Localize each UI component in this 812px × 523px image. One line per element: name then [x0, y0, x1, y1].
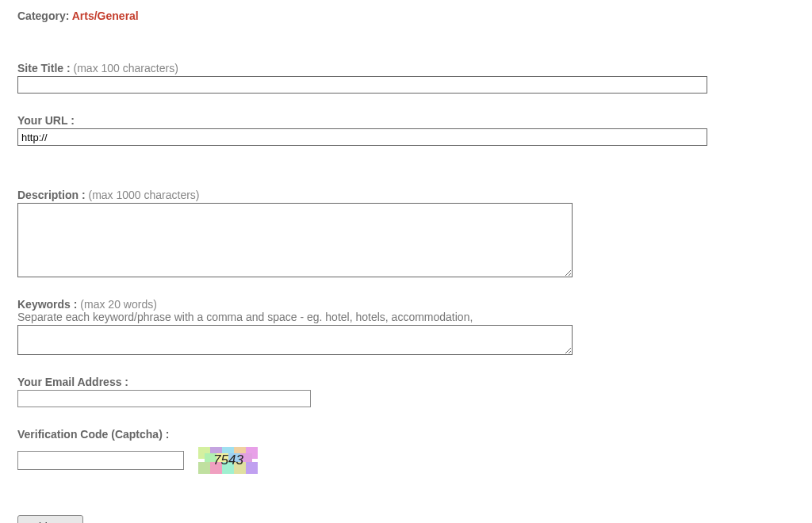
email-group: Your Email Address :	[17, 376, 795, 407]
url-input[interactable]	[17, 128, 707, 146]
keywords-group: Keywords : (max 20 words) Separate each …	[17, 298, 795, 355]
captcha-image: 7543	[198, 447, 259, 474]
site-title-input[interactable]	[17, 76, 707, 94]
site-title-label: Site Title :	[17, 62, 74, 74]
description-group: Description : (max 1000 characters)	[17, 189, 795, 277]
category-value: Arts/General	[72, 10, 139, 22]
category-label: Category:	[17, 10, 72, 22]
add-url-button[interactable]: Add URL	[17, 515, 83, 523]
email-label: Your Email Address :	[17, 376, 128, 388]
keywords-hint: (max 20 words)	[80, 298, 156, 311]
description-hint: (max 1000 characters)	[88, 189, 199, 201]
site-title-group: Site Title : (max 100 characters)	[17, 62, 795, 94]
url-group: Your URL :	[17, 114, 795, 146]
captcha-group: Verification Code (Captcha) : 7543	[17, 428, 795, 474]
site-title-hint: (max 100 characters)	[74, 62, 178, 74]
description-label: Description :	[17, 189, 88, 201]
url-label: Your URL :	[17, 114, 75, 127]
email-input[interactable]	[17, 390, 311, 407]
keywords-subhint: Separate each keyword/phrase with a comm…	[17, 311, 795, 323]
captcha-input[interactable]	[17, 451, 184, 470]
keywords-input[interactable]	[17, 325, 573, 355]
captcha-code: 7543	[213, 452, 243, 468]
captcha-label: Verification Code (Captcha) :	[17, 428, 169, 441]
category-line: Category: Arts/General	[17, 10, 795, 22]
description-input[interactable]	[17, 203, 573, 277]
keywords-label: Keywords :	[17, 298, 80, 311]
captcha-row: 7543	[17, 447, 795, 474]
